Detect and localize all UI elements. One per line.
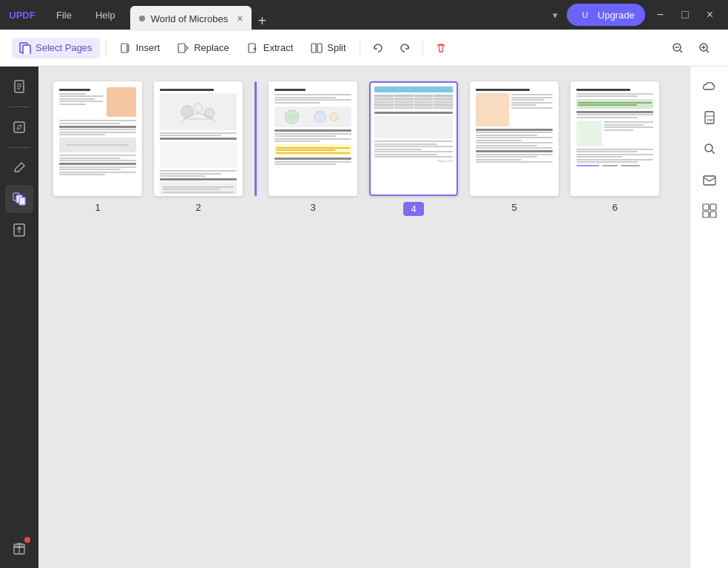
page-thumb-4[interactable]: Page 4 of 6 (369, 81, 458, 196)
delete-icon (435, 42, 447, 54)
help-menu[interactable]: Help (84, 0, 127, 30)
page-divider-line (255, 81, 257, 196)
svg-line-12 (680, 50, 682, 53)
rotate-right-icon (398, 41, 411, 55)
page-item-4[interactable]: Page 4 of 6 4 (369, 81, 458, 216)
insert-icon (120, 42, 132, 54)
minimize-button[interactable]: − (651, 8, 670, 21)
svg-rect-9 (317, 44, 322, 53)
titlebar-right: ▾ U Upgrade − □ × (550, 4, 728, 26)
maximize-button[interactable]: □ (675, 8, 695, 21)
app-logo: UPDF (0, 10, 44, 21)
page-thumb-5[interactable] (470, 81, 559, 196)
extract-icon (247, 42, 259, 54)
svg-rect-1 (23, 45, 30, 54)
svg-point-36 (330, 112, 338, 121)
page-item-5[interactable]: 5 (470, 81, 559, 216)
sidebar-export-icon[interactable] (5, 216, 33, 244)
main-layout: 1 (0, 67, 728, 568)
svg-rect-43 (710, 204, 716, 210)
svg-point-30 (181, 106, 193, 118)
svg-point-31 (194, 104, 203, 112)
page-num-1: 1 (95, 202, 100, 213)
right-ocr-icon[interactable] (695, 197, 724, 225)
right-mail-icon[interactable] (695, 166, 724, 194)
page-thumb-6[interactable] (570, 81, 659, 196)
gift-badge (24, 537, 30, 543)
pages-grid: 1 (53, 81, 675, 216)
extract-button[interactable]: Extract (240, 38, 300, 58)
tab-indicator (139, 16, 145, 21)
zoom-in-button[interactable] (692, 36, 716, 60)
svg-rect-42 (703, 204, 709, 210)
sidebar-divider-1 (9, 106, 30, 107)
separator-1 (106, 39, 107, 57)
replace-button[interactable]: Replace (170, 38, 237, 58)
tab-area: World of Microbes × + (127, 0, 550, 30)
svg-line-40 (712, 151, 715, 154)
delete-button[interactable] (429, 36, 453, 60)
page-item-1[interactable]: 1 (53, 81, 142, 216)
page-item-6[interactable]: 6 (570, 81, 659, 213)
tab-dropdown-button[interactable]: ▾ (550, 10, 561, 21)
sidebar-gift-icon[interactable] (5, 534, 33, 562)
titlebar: UPDF File Help World of Microbes × + ▾ U… (0, 0, 728, 30)
svg-rect-6 (178, 44, 185, 53)
separator-3 (422, 39, 423, 57)
tab-title: World of Microbes (151, 13, 229, 24)
page-thumb-2[interactable] (154, 81, 243, 196)
split-button[interactable]: Split (303, 38, 353, 58)
zoom-out-icon (671, 41, 684, 55)
right-search-icon[interactable] (695, 135, 724, 163)
select-pages-icon (19, 42, 31, 54)
svg-line-16 (707, 50, 709, 53)
rotate-left-button[interactable] (366, 36, 390, 60)
rotate-right-button[interactable] (393, 36, 417, 60)
tab-world-microbes[interactable]: World of Microbes × (130, 6, 252, 31)
menu-bar: File Help (44, 0, 127, 30)
close-button[interactable]: × (701, 8, 719, 21)
split-icon (311, 42, 323, 54)
page-item-3[interactable]: 3 (269, 81, 357, 216)
svg-rect-21 (14, 122, 24, 132)
sidebar-divider-2 (9, 147, 30, 148)
sidebar-annotate-icon[interactable] (5, 154, 33, 182)
page-num-4: 4 (403, 202, 423, 216)
svg-rect-24 (19, 197, 25, 205)
upgrade-button[interactable]: U Upgrade (567, 4, 645, 26)
page-num-6: 6 (612, 202, 617, 213)
svg-rect-8 (311, 44, 316, 53)
right-sidebar: PDF (690, 67, 728, 568)
page-item-2[interactable]: 2 (154, 81, 243, 216)
svg-point-35 (314, 111, 326, 122)
page-thumb-3[interactable] (269, 81, 357, 196)
svg-rect-7 (249, 44, 255, 53)
upgrade-label: Upgrade (598, 10, 635, 21)
svg-text:PDF: PDF (707, 118, 714, 122)
select-pages-button[interactable]: Select Pages (12, 38, 100, 58)
zoom-in-icon (698, 41, 711, 55)
page-num-5: 5 (511, 202, 516, 213)
file-menu[interactable]: File (44, 0, 84, 30)
sidebar-pages-icon[interactable] (5, 185, 33, 213)
page-thumb-1[interactable] (53, 81, 142, 196)
sidebar-edit-icon[interactable] (5, 113, 33, 141)
insert-button[interactable]: Insert (112, 38, 168, 58)
toolbar: Select Pages Insert Replace Extract Spli… (0, 30, 728, 67)
svg-rect-44 (703, 212, 709, 217)
right-cloud-icon[interactable] (695, 72, 724, 101)
svg-point-39 (705, 144, 712, 152)
svg-rect-41 (704, 176, 715, 185)
new-tab-button[interactable]: + (252, 13, 272, 30)
content-area[interactable]: 1 (38, 67, 690, 568)
page-num-3: 3 (310, 202, 315, 213)
replace-icon (178, 42, 189, 54)
svg-rect-45 (710, 212, 716, 217)
tab-close-button[interactable]: × (237, 13, 243, 24)
right-pdf-icon[interactable]: PDF (695, 104, 724, 132)
page-num-2: 2 (195, 202, 200, 213)
user-avatar: U (577, 7, 593, 23)
zoom-out-button[interactable] (666, 36, 690, 60)
rotate-left-icon (371, 41, 385, 55)
sidebar-reader-icon[interactable] (5, 72, 33, 101)
